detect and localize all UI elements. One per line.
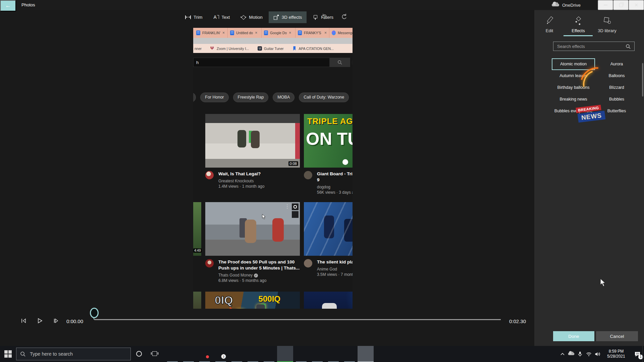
effect-tile[interactable]: Aurora [596,60,637,69]
editor-toolbar: Trim Text Motion 3D effects Filters [180,10,338,24]
youtube-chip: Freestyle Rap [233,93,269,102]
tray-chevron-button[interactable] [558,346,567,362]
recorded-cursor-icon [262,214,267,220]
timeline-track[interactable] [94,319,501,320]
effect-tile[interactable]: Atomic motion [553,60,594,69]
taskbar-app-button[interactable] [164,346,180,362]
toolbar-tab-icon [313,14,318,20]
onedrive-cloud-icon [568,353,575,355]
done-button[interactable]: Done [553,331,594,341]
effect-tile[interactable]: BREAKING NEWS Breaking news [553,95,594,104]
wifi-icon [586,352,592,356]
taskbar-clock[interactable]: 8:59 PM 5/28/2021 [602,349,631,359]
mouse-cursor-icon [600,278,607,288]
youtube-search-button [330,58,350,67]
channel-name: dogdog [317,185,330,189]
minimize-button[interactable] [598,0,613,10]
undo-redo-group [321,13,347,20]
next-frame-button[interactable] [52,317,60,325]
view-count: 3.5M views · 7 months ago [317,272,353,277]
restore-button[interactable] [613,0,629,10]
app-icon [281,350,289,358]
bookmark-item: APA CITATION GEN... [292,46,333,51]
task-view-button[interactable] [152,351,157,356]
tab-close-icon [255,31,257,35]
toolbar-tab[interactable]: Motion [236,11,267,23]
microphone-icon [578,351,582,357]
browser-tab-icon [332,31,336,35]
panel-scrollbar[interactable] [642,63,643,97]
video-meta: Giant Board - Triple Flat Tusk on Turn 9… [304,171,353,195]
video-meta: The silent kid plays (Giorno's theme) An… [304,259,353,277]
channel-row: dogdog [317,185,353,189]
taskbar-app-button[interactable] [341,346,358,362]
taskbar-app-button[interactable] [325,346,341,362]
taskbar-app-button[interactable] [229,346,245,362]
cancel-button[interactable]: Cancel [596,331,638,341]
effects-search-input[interactable] [553,42,635,51]
toolbar-tab-label: 3D effects [282,15,302,20]
toolbar-tab[interactable]: 3D effects [269,11,307,23]
tab-close-icon [289,31,291,35]
taskbar-app-button[interactable] [309,346,325,362]
tab-close-icon [222,31,225,35]
video-meta: The Proof does 50 Pull ups and 100 Push … [205,259,300,283]
app-icon [329,350,338,358]
taskbar-app-button[interactable] [180,346,197,362]
youtube-search-input [193,58,330,67]
thumbnail-art-text: TRIPLE AGGEM, L [307,117,353,126]
back-button[interactable]: ← [0,0,16,11]
taskbar-app-button[interactable] [245,346,261,362]
taskbar-app-button[interactable] [358,346,374,362]
video-preview[interactable]: FRANKLIN' Untitled do Google Do [193,28,353,309]
taskbar-app-button[interactable] [261,346,277,362]
panel-tab[interactable]: Effects [564,14,593,35]
previous-frame-button[interactable] [19,317,28,325]
undo-button[interactable] [321,13,328,20]
sliver-duration-badge: 4:49 [193,248,202,253]
youtube-video-grid: 0:08 Wait, Is That Legal? Greatest Knock… [205,114,353,290]
youtube-video-card: 0:08 Wait, Is That Legal? Greatest Knock… [205,114,300,202]
effect-tile[interactable]: Bubbles [596,95,637,104]
youtube-mic-button [352,58,353,67]
taskbar-app-button[interactable]: 3 [213,346,229,362]
app-icon [297,350,306,358]
playhead-handle[interactable] [90,308,99,318]
toolbar-tab[interactable]: Text [209,11,235,23]
tray-onedrive-button[interactable] [567,346,576,362]
windows-search-input[interactable] [16,348,131,360]
taskbar-app-icons: 3 [164,346,374,362]
video-youtube-page: sFor HonorFreestyle RapMOBACall of Duty:… [193,53,353,309]
cortana-button[interactable] [136,351,142,357]
channel-row: Thats Good Money [218,273,300,278]
close-icon [635,2,638,8]
close-button[interactable] [629,0,644,10]
back-arrow-icon: ← [5,2,11,9]
taskbar-app-button[interactable] [293,346,309,362]
chevron-up-icon [560,352,565,356]
tray-wifi-button[interactable] [584,346,593,362]
bookmark-item: nner [195,47,202,51]
taskbar-app-button[interactable] [197,346,213,362]
play-button[interactable] [36,317,44,325]
toolbar-tab-icon [240,14,246,20]
tray-microphone-button[interactable] [576,346,584,362]
start-button[interactable] [0,346,16,362]
view-count: 56K views · 3 days ago [317,190,353,195]
panel-tab[interactable]: Edit [535,14,564,35]
previous-frame-icon [20,317,27,324]
video-title: Wait, Is That Legal? [218,171,264,177]
toolbar-tab[interactable]: Trim [180,11,207,23]
panel-tab[interactable]: 3D library [593,14,622,35]
youtube-chip: s [193,93,196,102]
bookmark-icon [292,46,297,51]
video-meta: Wait, Is That Legal? Greatest Knockouts … [205,171,300,189]
action-center-button[interactable]: 1 [631,346,644,362]
selected-tab-underline [564,35,593,36]
redo-button[interactable] [341,13,347,20]
show-desktop-button[interactable] [642,346,644,362]
youtube-search-row [193,58,353,68]
toolbar-tab-label: Trim [194,15,203,20]
taskbar-app-button[interactable] [277,346,293,362]
tray-volume-button[interactable] [593,346,602,362]
